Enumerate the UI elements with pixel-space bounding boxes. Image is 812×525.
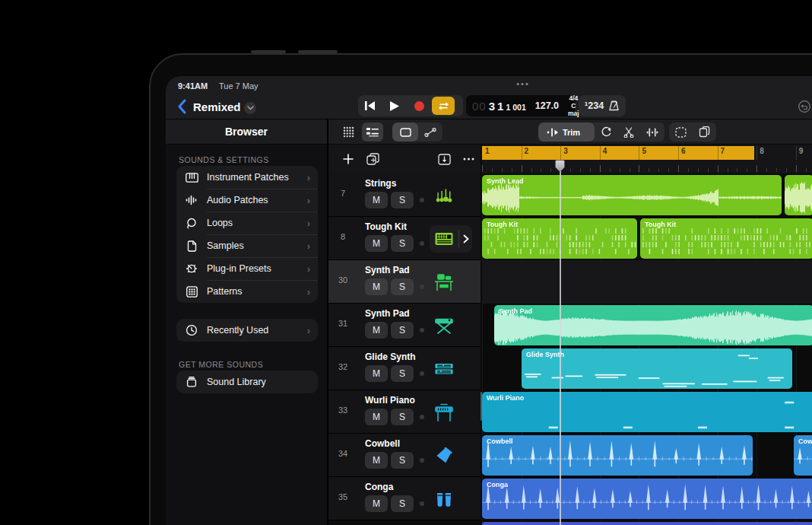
trim-button[interactable]: Trim bbox=[538, 123, 595, 142]
record-enable-dot[interactable] bbox=[420, 198, 424, 202]
region-synth-pad[interactable]: Synth Pad bbox=[494, 305, 812, 345]
add-track-button[interactable] bbox=[339, 151, 357, 167]
cycle-button[interactable] bbox=[432, 97, 455, 115]
playhead[interactable] bbox=[560, 160, 561, 525]
lcd-bar: 3 bbox=[489, 100, 495, 113]
sidebar-item-samples[interactable]: Samples › bbox=[176, 234, 318, 257]
track-header-conga[interactable]: 35 Conga M S bbox=[328, 477, 481, 520]
tracks-view-button[interactable] bbox=[362, 123, 383, 142]
marquee-tool-button[interactable] bbox=[392, 123, 418, 142]
region-glide-synth[interactable]: Glide Synth bbox=[522, 348, 792, 389]
solo-button[interactable]: S bbox=[391, 192, 414, 208]
record-enable-dot[interactable] bbox=[420, 285, 424, 289]
record-enable-dot[interactable] bbox=[420, 458, 424, 463]
bar-separator bbox=[522, 146, 522, 160]
track-header-synth-pad-31[interactable]: 31 Synth Pad M S bbox=[328, 304, 481, 347]
region-wurli-piano[interactable]: Wurli Piano bbox=[482, 392, 812, 432]
count-in-button[interactable]: 234 bbox=[588, 100, 604, 111]
track-header-glide-synth[interactable]: 32 Glide Synth M S bbox=[328, 347, 481, 390]
next-track-region-partial bbox=[482, 522, 812, 525]
project-menu-button[interactable] bbox=[244, 102, 256, 114]
solo-button[interactable]: S bbox=[391, 322, 414, 339]
sidebar-item-recently-used[interactable]: Recently Used › bbox=[176, 319, 318, 342]
bar-ruler[interactable]: 123456789 bbox=[482, 145, 812, 173]
undo-icon[interactable] bbox=[798, 100, 811, 113]
split-button[interactable] bbox=[617, 123, 640, 142]
mute-button[interactable]: M bbox=[365, 235, 388, 252]
metronome-icon[interactable] bbox=[608, 100, 620, 111]
mute-button[interactable]: M bbox=[365, 452, 388, 469]
region-synth-lead[interactable]: Synth Lead bbox=[482, 175, 782, 215]
region-cowbell-2[interactable]: Cowbell bbox=[794, 435, 812, 476]
mute-button[interactable]: M bbox=[365, 322, 388, 339]
top-bar: 9:41AM Tue 7 May ••• Remixed bbox=[166, 76, 812, 119]
track-number: 7 bbox=[328, 189, 357, 198]
solo-button[interactable]: S bbox=[391, 235, 414, 252]
region-cowbell-1[interactable]: Cowbell bbox=[482, 435, 753, 476]
browser-sidebar: Browser SOUNDS & SETTINGS Instrument Pat… bbox=[166, 119, 327, 525]
duplicate-track-button[interactable] bbox=[363, 151, 382, 167]
mute-button[interactable]: M bbox=[365, 278, 388, 295]
back-icon[interactable] bbox=[176, 99, 189, 114]
project-title[interactable]: Remixed bbox=[193, 100, 241, 113]
track-header-tough-kit[interactable]: 8 Tough Kit M S bbox=[328, 217, 481, 260]
track-name: Synth Pad bbox=[365, 308, 410, 319]
chevron-right-icon: › bbox=[307, 240, 310, 252]
key-signature: C maj bbox=[568, 102, 579, 117]
cowbell-icon bbox=[433, 445, 455, 466]
plus-icon bbox=[343, 154, 354, 164]
record-enable-dot[interactable] bbox=[420, 328, 424, 332]
record-button[interactable] bbox=[407, 95, 431, 116]
count-in-button[interactable]: 1 bbox=[585, 100, 588, 107]
track-header-strings[interactable]: 7 Strings M S bbox=[328, 173, 481, 217]
play-button[interactable] bbox=[382, 95, 407, 116]
track-import-button[interactable] bbox=[435, 151, 453, 167]
browser-title: Browser bbox=[225, 126, 268, 138]
multi-select-button[interactable] bbox=[669, 123, 693, 142]
mute-button[interactable]: M bbox=[365, 409, 388, 425]
grid-view-button[interactable] bbox=[338, 123, 359, 142]
track-header-synth-pad-30[interactable]: 30 Synth Pad M S bbox=[328, 260, 481, 304]
solo-button[interactable]: S bbox=[391, 409, 414, 425]
track-header-cowbell[interactable]: 34 Cowbell M S bbox=[328, 434, 481, 477]
sidebar-item-loops[interactable]: Loops › bbox=[176, 212, 318, 234]
workstation-icon bbox=[433, 272, 455, 293]
paste-button[interactable] bbox=[693, 123, 716, 142]
mute-button[interactable]: M bbox=[365, 365, 388, 382]
region-conga[interactable]: Conga bbox=[482, 479, 812, 519]
solo-button[interactable]: S bbox=[391, 452, 414, 469]
solo-button[interactable]: S bbox=[391, 365, 414, 382]
record-enable-dot[interactable] bbox=[420, 371, 424, 376]
sidebar-item-audio-patches[interactable]: Audio Patches › bbox=[176, 189, 318, 212]
solo-button[interactable]: S bbox=[391, 278, 414, 295]
mute-button[interactable]: M bbox=[365, 192, 388, 208]
track-name: Cowbell bbox=[365, 438, 400, 449]
multitask-indicator[interactable]: ••• bbox=[508, 79, 538, 88]
stretch-button[interactable] bbox=[640, 123, 665, 142]
sidebar-item-sound-library[interactable]: Sound Library bbox=[176, 371, 318, 393]
sidebar-item-plugin-presets[interactable]: Plug-in Presets › bbox=[176, 257, 318, 280]
go-to-beginning-button[interactable] bbox=[358, 95, 382, 116]
expand-track-button[interactable] bbox=[459, 234, 472, 243]
chevron-right-icon: › bbox=[307, 172, 310, 183]
solo-button[interactable]: S bbox=[391, 495, 414, 512]
record-enable-dot[interactable] bbox=[420, 501, 424, 506]
record-enable-dot[interactable] bbox=[420, 241, 424, 246]
cycle-range[interactable] bbox=[482, 146, 754, 160]
track-header-wurli-piano[interactable]: 33 Wurli Piano M S bbox=[328, 390, 481, 434]
tracks-list-icon bbox=[366, 127, 379, 137]
mute-button[interactable]: M bbox=[365, 495, 388, 512]
region-tough-kit-2[interactable]: Tough Kit bbox=[640, 218, 812, 259]
bar-number: 4 bbox=[603, 147, 607, 155]
lcd-display[interactable]: 00 3 1 1 001 127.0 4/4 C maj bbox=[466, 95, 575, 116]
automation-tool-button[interactable] bbox=[418, 123, 442, 142]
sidebar-item-instrument-patches[interactable]: Instrument Patches › bbox=[176, 166, 318, 189]
track-scrollbar[interactable] bbox=[481, 392, 482, 421]
sidebar-item-patterns[interactable]: Patterns › bbox=[176, 280, 318, 303]
more-options-button[interactable] bbox=[459, 151, 477, 167]
electric-piano-icon bbox=[433, 402, 455, 423]
record-enable-dot[interactable] bbox=[420, 415, 424, 419]
region-synth-lead-2[interactable] bbox=[785, 175, 812, 215]
bar-separator bbox=[600, 146, 601, 160]
loop-button[interactable] bbox=[595, 123, 617, 142]
